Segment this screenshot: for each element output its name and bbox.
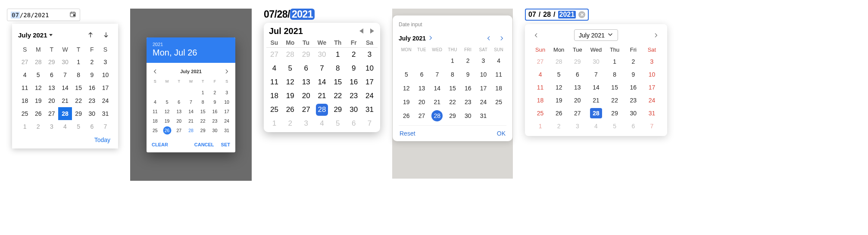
calendar-day[interactable]: 27 [414, 109, 430, 123]
calendar-day[interactable]: 24 [643, 94, 661, 107]
calendar-day[interactable]: 4 [587, 120, 605, 133]
calendar-day[interactable]: 20 [45, 94, 58, 107]
ok-button[interactable]: OK [497, 130, 506, 137]
next-month-button[interactable] [497, 34, 506, 43]
calendar-day[interactable]: 2 [31, 120, 45, 133]
calendar-day[interactable]: 6 [568, 68, 587, 81]
calendar-day[interactable]: 28 [185, 126, 197, 135]
calendar-day[interactable]: 10 [99, 68, 112, 81]
calendar-day[interactable]: 12 [282, 75, 298, 89]
calendar-day[interactable]: 1 [330, 48, 346, 62]
calendar-day[interactable]: 31 [643, 107, 661, 120]
calendar-day[interactable]: 27 [568, 107, 587, 120]
calendar-day[interactable]: 14 [314, 75, 330, 89]
calendar-day[interactable]: 21 [587, 94, 605, 107]
calendar-day[interactable]: 3 [221, 88, 233, 97]
calendar-day[interactable]: 22 [606, 94, 624, 107]
calendar-day[interactable]: 11 [18, 81, 31, 94]
calendar-day[interactable]: 7 [185, 97, 197, 107]
calendar-day[interactable]: 21 [314, 89, 330, 103]
calendar-day[interactable]: 29 [606, 107, 624, 120]
month-year-selector[interactable]: July 2021 [18, 31, 53, 39]
calendar-day[interactable]: 8 [72, 68, 85, 81]
calendar-day[interactable]: 11 [149, 107, 161, 116]
calendar-day[interactable]: 8 [197, 97, 209, 107]
calendar-day[interactable]: 28 [31, 56, 45, 68]
calendar-day[interactable]: 30 [346, 103, 362, 117]
calendar-day[interactable]: 13 [568, 81, 587, 94]
calendar-day[interactable]: 12 [399, 81, 414, 95]
calendar-day[interactable]: 29 [197, 126, 209, 135]
calendar-day[interactable]: 29 [445, 109, 460, 123]
calendar-day[interactable]: 3 [568, 120, 587, 133]
calendar-day[interactable]: 13 [173, 107, 185, 116]
calendar-day[interactable]: 8 [606, 68, 624, 81]
calendar-day[interactable]: 25 [18, 107, 31, 120]
calendar-day[interactable]: 27 [18, 56, 31, 68]
calendar-day[interactable]: 24 [362, 89, 378, 103]
calendar-day[interactable]: 4 [491, 54, 506, 68]
calendar-day[interactable]: 19 [161, 116, 173, 126]
calendar-day[interactable]: 22 [330, 89, 346, 103]
calendar-day[interactable]: 30 [624, 107, 643, 120]
calendar-day[interactable]: 9 [209, 97, 221, 107]
calendar-day[interactable]: 7 [58, 68, 72, 81]
prev-month-button[interactable] [484, 34, 493, 43]
calendar-day[interactable]: 31 [221, 126, 233, 135]
calendar-day[interactable]: 19 [550, 94, 568, 107]
calendar-day[interactable]: 30 [587, 55, 605, 68]
calendar-day[interactable]: 30 [314, 48, 330, 62]
calendar-day[interactable]: 26 [282, 103, 298, 117]
calendar-day[interactable]: 18 [18, 94, 31, 107]
calendar-day[interactable]: 9 [85, 68, 99, 81]
calendar-day[interactable]: 30 [85, 107, 99, 120]
calendar-day[interactable]: 7 [643, 120, 661, 133]
calendar-day[interactable]: 5 [330, 117, 346, 130]
calendar-day[interactable]: 25 [149, 126, 161, 135]
calendar-icon[interactable] [69, 11, 76, 19]
calendar-day[interactable]: 19 [282, 89, 298, 103]
calendar-day[interactable]: 3 [643, 55, 661, 68]
prev-month-button[interactable] [84, 29, 97, 41]
calendar-day[interactable]: 23 [346, 89, 362, 103]
calendar-day[interactable]: 8 [445, 68, 460, 81]
calendar-day[interactable]: 26 [550, 107, 568, 120]
calendar-day[interactable]: 27 [266, 48, 282, 62]
calendar-day[interactable]: 28 [550, 55, 568, 68]
calendar-day[interactable]: 7 [99, 120, 112, 133]
calendar-day[interactable]: 6 [414, 68, 430, 81]
calendar-day[interactable]: 26 [31, 107, 45, 120]
calendar-day[interactable]: 5 [399, 68, 414, 81]
calendar-day[interactable]: 7 [429, 68, 445, 81]
clear-button[interactable]: CLEAR [152, 142, 168, 147]
calendar-day[interactable]: 19 [31, 94, 45, 107]
calendar-day[interactable]: 5 [606, 120, 624, 133]
calendar-day[interactable]: 23 [624, 94, 643, 107]
prev-month-button[interactable] [150, 66, 160, 77]
calendar-day[interactable]: 7 [362, 117, 378, 130]
calendar-day[interactable]: 10 [643, 68, 661, 81]
calendar-day[interactable]: 12 [161, 107, 173, 116]
calendar-day[interactable]: 16 [460, 81, 476, 95]
calendar-day[interactable]: 1 [72, 56, 85, 68]
calendar-day[interactable]: 20 [173, 116, 185, 126]
calendar-day[interactable]: 25 [491, 95, 506, 109]
calendar-day[interactable]: 28 [429, 109, 445, 123]
calendar-day[interactable]: 23 [460, 95, 476, 109]
calendar-day[interactable]: 14 [185, 107, 197, 116]
calendar-day[interactable]: 27 [298, 103, 314, 117]
calendar-day[interactable]: 3 [476, 54, 491, 68]
calendar-day[interactable]: 20 [414, 95, 430, 109]
calendar-day[interactable]: 2 [550, 120, 568, 133]
calendar-day[interactable]: 22 [72, 94, 85, 107]
calendar-day[interactable]: 28 [58, 107, 72, 120]
calendar-day[interactable]: 15 [606, 81, 624, 94]
calendar-day[interactable]: 13 [45, 81, 58, 94]
calendar-day[interactable]: 18 [266, 89, 282, 103]
calendar-day[interactable]: 4 [531, 68, 550, 81]
calendar-day[interactable]: 2 [85, 56, 99, 68]
calendar-day[interactable]: 28 [282, 48, 298, 62]
calendar-day[interactable]: 17 [362, 75, 378, 89]
calendar-day[interactable]: 3 [45, 120, 58, 133]
calendar-day[interactable]: 2 [460, 54, 476, 68]
